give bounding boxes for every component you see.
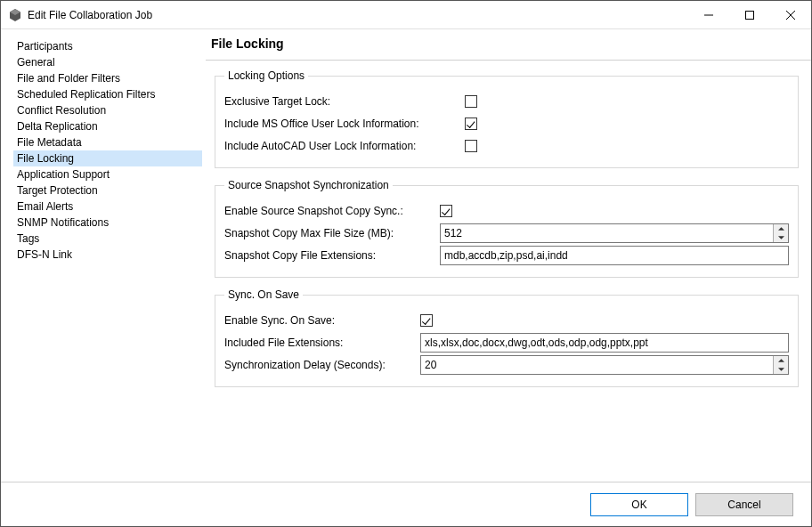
- locking-options-group: Locking Options Exclusive Target Lock: I…: [215, 69, 799, 168]
- sync-on-save-legend: Sync. On Save: [224, 288, 303, 301]
- page-title: File Locking: [206, 29, 811, 61]
- exclusive-target-lock-label: Exclusive Target Lock:: [224, 95, 465, 108]
- enable-snapshot-sync-checkbox[interactable]: [440, 205, 452, 217]
- sidebar-item-email-alerts[interactable]: Email Alerts: [13, 199, 202, 215]
- source-snapshot-group: Source Snapshot Synchronization Enable S…: [215, 179, 799, 278]
- autocad-lock-checkbox[interactable]: [465, 140, 477, 152]
- enable-sync-on-save-label: Enable Sync. On Save:: [224, 314, 420, 327]
- spinner-down-icon[interactable]: [774, 233, 788, 242]
- ms-office-lock-checkbox[interactable]: [465, 118, 477, 130]
- sidebar-item-tags[interactable]: Tags: [13, 231, 202, 247]
- snapshot-ext-label: Snapshot Copy File Extensions:: [224, 249, 440, 262]
- sidebar-item-participants[interactable]: Participants: [13, 38, 202, 54]
- sidebar-item-delta-replication[interactable]: Delta Replication: [13, 118, 202, 134]
- snapshot-max-size-input[interactable]: [441, 224, 773, 242]
- svg-marker-6: [778, 227, 784, 231]
- window-buttons: [688, 1, 811, 28]
- spinner-up-icon[interactable]: [774, 356, 788, 365]
- snapshot-ext-input[interactable]: [440, 246, 789, 265]
- sync-delay-spinner[interactable]: [420, 355, 789, 375]
- included-ext-input[interactable]: [420, 333, 789, 353]
- sidebar-item-scheduled-replication-filters[interactable]: Scheduled Replication Filters: [13, 86, 202, 102]
- close-button[interactable]: [770, 1, 811, 28]
- sidebar-item-snmp-notifications[interactable]: SNMP Notifications: [13, 215, 202, 231]
- minimize-button[interactable]: [688, 1, 729, 28]
- svg-rect-3: [746, 11, 754, 19]
- content-pane: File Locking Locking Options Exclusive T…: [206, 29, 811, 482]
- snapshot-max-size-label: Snapshot Copy Max File Size (MB):: [224, 227, 440, 239]
- snapshot-max-size-spinner[interactable]: [440, 223, 789, 243]
- sidebar-item-conflict-resolution[interactable]: Conflict Resolution: [13, 102, 202, 118]
- app-icon: [8, 8, 22, 22]
- sync-on-save-group: Sync. On Save Enable Sync. On Save: Incl…: [215, 288, 799, 387]
- sidebar-item-general[interactable]: General: [13, 54, 202, 70]
- button-bar: OK Cancel: [1, 482, 811, 526]
- sidebar-item-target-protection[interactable]: Target Protection: [13, 182, 202, 199]
- svg-marker-7: [778, 236, 784, 239]
- maximize-button[interactable]: [729, 1, 770, 28]
- sidebar-item-file-locking[interactable]: File Locking: [13, 150, 202, 166]
- sidebar-item-file-metadata[interactable]: File Metadata: [13, 134, 202, 150]
- sidebar: Participants General File and Folder Fil…: [1, 29, 206, 482]
- window-title: Edit File Collaboration Job: [28, 9, 688, 21]
- spinner-up-icon[interactable]: [774, 224, 788, 233]
- svg-marker-8: [778, 359, 784, 362]
- locking-options-legend: Locking Options: [224, 69, 308, 82]
- autocad-lock-label: Include AutoCAD User Lock Information:: [224, 140, 465, 152]
- enable-snapshot-sync-label: Enable Source Snapshot Copy Sync.:: [224, 205, 440, 217]
- included-ext-label: Included File Extensions:: [224, 336, 420, 349]
- sidebar-item-application-support[interactable]: Application Support: [13, 166, 202, 182]
- sync-delay-input[interactable]: [421, 356, 773, 374]
- ms-office-lock-label: Include MS Office User Lock Information:: [224, 118, 465, 130]
- enable-sync-on-save-checkbox[interactable]: [420, 314, 433, 327]
- source-snapshot-legend: Source Snapshot Synchronization: [224, 179, 393, 191]
- exclusive-target-lock-checkbox[interactable]: [465, 95, 477, 108]
- cancel-button[interactable]: Cancel: [695, 493, 793, 516]
- spinner-down-icon[interactable]: [774, 365, 788, 374]
- svg-marker-9: [778, 368, 784, 371]
- sync-delay-label: Synchronization Delay (Seconds):: [224, 359, 420, 371]
- titlebar: Edit File Collaboration Job: [1, 1, 811, 29]
- sidebar-item-file-folder-filters[interactable]: File and Folder Filters: [13, 70, 202, 86]
- ok-button[interactable]: OK: [590, 493, 688, 516]
- sidebar-item-dfsn-link[interactable]: DFS-N Link: [13, 247, 202, 263]
